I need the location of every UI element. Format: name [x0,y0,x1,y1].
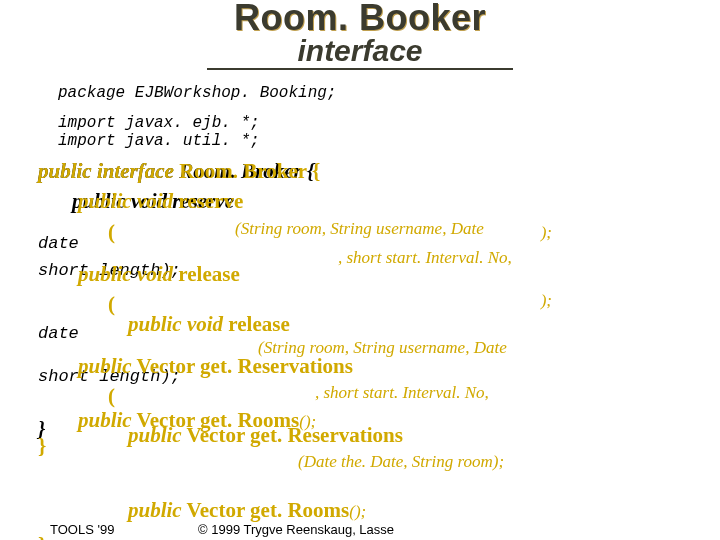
title-sub: interface [207,36,512,70]
imports: import javax. ejb. *; import java. util.… [58,114,672,150]
slide: Room. Booker interface package EJBWorksh… [0,0,720,150]
footer: TOOLS '99 © 1999 Trygve Reenskaug, Lasse [50,522,394,537]
yellow-line: public void reserve [38,186,702,216]
yellow-line: public interface Room. Broker { [38,156,702,186]
title-block: Room. Booker interface [8,0,712,70]
title-main: Room. Booker [8,0,712,36]
import-line: import java. util. *; [58,132,672,150]
import-line: import javax. ejb. *; [58,114,672,132]
yellow-layer: public interface Room. Broker { public v… [38,156,702,540]
code-area: package EJBWorkshop. Booking; import jav… [8,80,712,150]
footer-left: TOOLS '99 [50,522,114,537]
package-line: package EJBWorkshop. Booking; [58,84,672,102]
footer-copyright: © 1999 Trygve Reenskaug, Lasse [198,522,394,537]
